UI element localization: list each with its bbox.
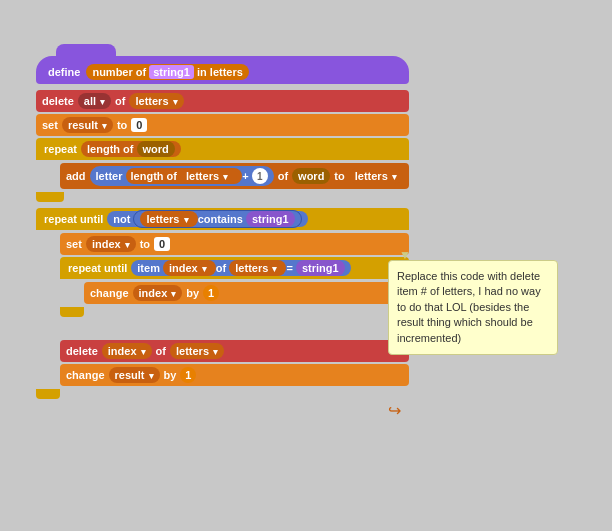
all-dropdown[interactable]: all ▾	[78, 93, 111, 109]
repeat-length-body: add letter length of letters ▾ + 1	[60, 160, 409, 192]
change-result-block[interactable]: change result ▾ by 1	[60, 364, 409, 386]
string1-oval[interactable]: string1	[246, 211, 295, 227]
add-letter-block[interactable]: add letter length of letters ▾ + 1	[60, 163, 409, 189]
set-index-block[interactable]: set index ▾ to 0	[60, 233, 409, 255]
define-block[interactable]: define number of string1 in letters	[36, 56, 409, 84]
arrow-right-2: ↪	[36, 401, 401, 420]
not-oval[interactable]: not letters ▾ contains string1	[107, 211, 307, 227]
index-inner[interactable]: index ▾	[163, 260, 216, 276]
index-value[interactable]: 0	[154, 237, 170, 251]
item-oval[interactable]: item index ▾ of letters ▾ = string	[131, 260, 350, 276]
to-letters-dropdown[interactable]: letters ▾	[349, 168, 403, 184]
letters-contains-dropdown[interactable]: letters ▾	[140, 211, 197, 227]
delete-all-block[interactable]: delete all ▾ of letters ▾	[36, 90, 409, 112]
repeat-length-footer	[36, 192, 64, 202]
length-word-oval[interactable]: length of word	[81, 141, 181, 157]
word-var[interactable]: word	[137, 141, 175, 157]
index-var[interactable]: index ▾	[86, 236, 136, 252]
change-result-var[interactable]: result ▾	[109, 367, 160, 383]
index-del-var[interactable]: index ▾	[102, 343, 152, 359]
contains-oval[interactable]: letters ▾ contains string1	[133, 210, 301, 228]
define-label: define	[48, 66, 80, 78]
repeat-length-block: repeat length of word add letter length …	[36, 138, 409, 202]
repeat-until2-footer	[60, 307, 84, 317]
string1-param[interactable]: string1	[149, 65, 194, 79]
letter-oval[interactable]: letter length of letters ▾ + 1	[90, 166, 274, 186]
result-var[interactable]: result ▾	[62, 117, 113, 133]
length-of-oval[interactable]: length of letters ▾	[126, 168, 243, 184]
repeat-until-inner: repeat until item index ▾ of letters ▾	[60, 257, 409, 317]
num-one: 1	[252, 168, 268, 184]
workspace: define number of string1 in letters dele…	[0, 0, 612, 531]
repeat-until2-body: change index ▾ by 1	[84, 279, 409, 307]
note-box: Replace this code with delete item # of …	[388, 260, 558, 355]
repeat-until-footer	[36, 389, 60, 399]
string1-inner-oval[interactable]: string1	[296, 260, 345, 276]
change-index-value[interactable]: 1	[203, 285, 219, 301]
letters-dropdown[interactable]: letters ▾	[129, 93, 183, 109]
letters-inner2-dropdown[interactable]: letters ▾	[229, 260, 286, 276]
name-block[interactable]: number of string1 in letters	[86, 64, 248, 80]
main-stack: define number of string1 in letters dele…	[36, 56, 409, 420]
change-result-value[interactable]: 1	[180, 367, 196, 383]
result-value[interactable]: 0	[131, 118, 147, 132]
delete-index-block[interactable]: delete index ▾ of letters ▾	[60, 340, 409, 362]
arrow-right-1: ↪	[60, 319, 401, 338]
repeat-until-outer: repeat until not letters ▾ contains stri…	[36, 208, 409, 399]
change-index-var[interactable]: index ▾	[133, 285, 183, 301]
note-text: Replace this code with delete item # of …	[397, 270, 541, 344]
change-index-block[interactable]: change index ▾ by 1	[84, 282, 409, 304]
letters-inner-dropdown[interactable]: letters ▾	[180, 168, 237, 184]
repeat-until-body: set index ▾ to 0 repeat until item	[60, 230, 409, 389]
letters-del-dropdown[interactable]: letters ▾	[170, 343, 224, 359]
set-result-block[interactable]: set result ▾ to 0	[36, 114, 409, 136]
word-of-var[interactable]: word	[292, 168, 330, 184]
